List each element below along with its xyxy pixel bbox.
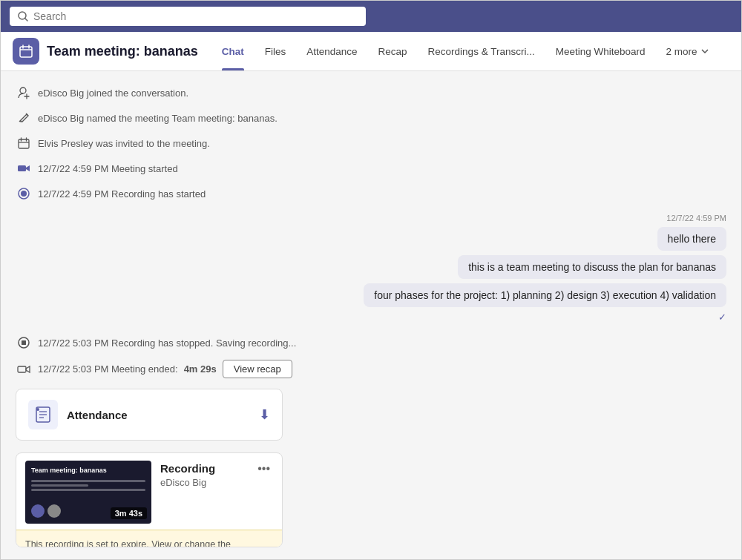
system-msg-joined-text: eDisco Big joined the conversation. <box>38 88 188 99</box>
attendance-label: Attendance <box>67 409 250 421</box>
system-msg-invited-text: Elvis Presley was invited to the meeting… <box>38 138 210 149</box>
message-bubble-1: hello there <box>657 227 726 251</box>
user-message-group: 12/7/22 4:59 PM hello there this is a te… <box>16 214 726 323</box>
tab-recordings[interactable]: Recordings & Transcri... <box>418 32 545 70</box>
tabs: Chat Files Attendance Recap Recordings &… <box>211 32 720 70</box>
recording-stopped-text: 12/7/22 5:03 PM Recording has stopped. S… <box>38 337 296 349</box>
attendance-icon <box>33 405 53 424</box>
thumb-line-3 <box>31 489 145 491</box>
svg-rect-2 <box>20 47 32 57</box>
svg-rect-13 <box>18 165 26 171</box>
search-icon <box>17 10 29 22</box>
system-msg-named: eDisco Big named the meeting Team meetin… <box>16 108 726 128</box>
system-msg-joined: eDisco Big joined the conversation. <box>16 83 726 102</box>
recording-stopped-row: 12/7/22 5:03 PM Recording has stopped. S… <box>16 333 726 352</box>
thumb-line-2 <box>31 484 88 487</box>
meeting-duration: 4m 29s <box>184 363 217 375</box>
calendar-meeting-icon <box>19 44 33 59</box>
svg-point-6 <box>20 88 26 93</box>
search-input[interactable] <box>33 10 358 22</box>
recording-thumbnail[interactable]: Team meeting: bananas 3m 43s <box>25 461 151 524</box>
meeting-ended-text: 12/7/22 5:03 PM Meeting ended: <box>38 363 178 375</box>
search-input-wrap[interactable] <box>10 7 366 26</box>
pencil-icon <box>16 110 32 126</box>
meeting-ended-row: 12/7/22 5:03 PM Meeting ended: 4m 29s Vi… <box>16 358 726 380</box>
recording-duration: 3m 43s <box>111 507 147 519</box>
thumb-avatar-1 <box>31 504 45 518</box>
svg-rect-18 <box>18 366 26 372</box>
system-msg-recording-text: 12/7/22 4:59 PM Recording has started <box>38 188 206 200</box>
system-msg-started-text: 12/7/22 4:59 PM Meeting started <box>38 163 178 174</box>
meeting-end-icon <box>16 361 32 378</box>
tab-chat[interactable]: Chat <box>211 32 255 70</box>
tab-files[interactable]: Files <box>255 32 297 70</box>
svg-rect-17 <box>22 340 26 345</box>
recording-info: Recording ••• eDisco Big <box>160 461 273 488</box>
meeting-icon-wrap <box>13 38 39 65</box>
recording-card: Team meeting: bananas 3m 43s Recording <box>16 452 283 547</box>
tab-whiteboard[interactable]: Meeting Whiteboard <box>545 32 656 70</box>
meeting-title: Team meeting: bananas <box>47 44 198 59</box>
video-icon <box>16 160 32 177</box>
recording-name: Recording <box>160 462 215 475</box>
download-icon[interactable]: ⬇ <box>259 406 270 423</box>
recording-owner: eDisco Big <box>160 477 273 488</box>
message-read-check: ✓ <box>718 312 726 323</box>
tab-recap[interactable]: Recap <box>368 32 418 70</box>
tab-more[interactable]: 2 more <box>655 32 719 70</box>
chevron-down-icon <box>700 47 709 56</box>
thumb-avatar-2 <box>47 504 61 518</box>
system-msg-recording: 12/7/22 4:59 PM Recording has started <box>16 184 726 203</box>
record-icon <box>16 185 32 202</box>
attendance-icon-box <box>28 400 58 429</box>
thumb-title: Team meeting: bananas <box>31 467 145 474</box>
system-msg-named-text: eDisco Big named the meeting Team meetin… <box>38 113 278 124</box>
system-msg-started: 12/7/22 4:59 PM Meeting started <box>16 159 726 178</box>
svg-point-15 <box>21 191 27 197</box>
chat-area: eDisco Big joined the conversation. eDis… <box>1 71 741 559</box>
expiry-notice: This recording is set to expire. View or… <box>16 530 282 547</box>
recording-card-header: Team meeting: bananas 3m 43s Recording <box>16 453 282 530</box>
svg-rect-9 <box>19 139 29 148</box>
record-stop-icon <box>16 335 32 351</box>
tab-more-label: 2 more <box>666 46 697 57</box>
header: Team meeting: bananas Chat Files Attenda… <box>1 32 741 71</box>
svg-line-1 <box>25 19 28 22</box>
svg-point-23 <box>36 408 39 411</box>
attendance-card: Attendance ⬇ <box>16 389 283 441</box>
search-bar <box>1 1 741 32</box>
view-recap-button[interactable]: View recap <box>223 360 292 378</box>
message-bubble-3: four phases for the project: 1) planning… <box>364 283 726 307</box>
system-msg-invited: Elvis Presley was invited to the meeting… <box>16 134 726 153</box>
person-add-icon <box>16 85 32 101</box>
message-bubble-2: this is a team meeting to discuss the pl… <box>458 255 726 279</box>
thumb-line-1 <box>31 480 145 482</box>
message-timestamp: 12/7/22 4:59 PM <box>666 214 726 223</box>
calendar-invite-icon <box>16 135 32 151</box>
tab-attendance[interactable]: Attendance <box>296 32 367 70</box>
expiry-text: This recording is set to expire. View or… <box>25 539 231 547</box>
recording-more-button[interactable]: ••• <box>255 462 273 475</box>
